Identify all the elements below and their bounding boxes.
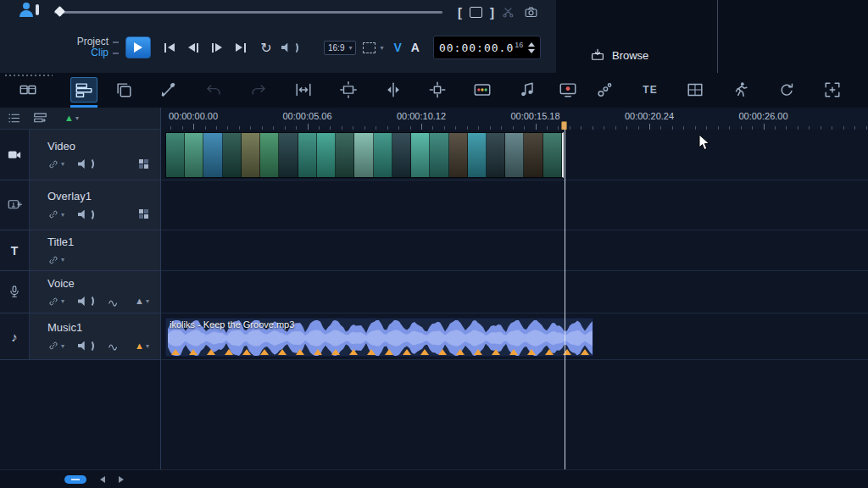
video-clip[interactable] <box>165 132 564 178</box>
track-header-icons: ▾ <box>47 254 149 266</box>
video-thumbnail <box>468 133 487 177</box>
color-grading-icon[interactable] <box>469 77 496 103</box>
timeline-view-icon[interactable] <box>70 77 97 103</box>
seek-handle[interactable] <box>54 6 65 17</box>
volume-icon[interactable] <box>78 208 94 221</box>
tools-icon[interactable] <box>155 77 182 103</box>
timecode-down-button[interactable] <box>528 49 535 53</box>
track-lane-voice[interactable] <box>161 271 868 313</box>
scroll-left-button[interactable] <box>100 476 105 483</box>
fade-icon[interactable] <box>108 340 120 352</box>
undo-icon[interactable] <box>200 77 227 103</box>
play-icon <box>134 42 142 53</box>
fade-icon[interactable] <box>108 296 120 308</box>
track-lane-overlay[interactable] <box>161 180 868 230</box>
audio-music-icon[interactable] <box>514 77 541 103</box>
shrink-frame-icon[interactable] <box>424 77 451 103</box>
seek-bar[interactable] <box>54 11 442 14</box>
beat-marker-icon <box>171 349 180 355</box>
go-end-button[interactable] <box>232 39 249 56</box>
track-manager-icon[interactable] <box>33 111 47 125</box>
mark-in-icon[interactable]: [ <box>458 6 462 19</box>
link-icon[interactable]: ▾ <box>47 208 64 220</box>
resize-frame-icon[interactable] <box>335 77 362 103</box>
loop-icon[interactable] <box>773 77 800 103</box>
next-frame-button[interactable] <box>209 39 225 56</box>
ripple-edit-icon[interactable] <box>592 77 619 103</box>
checker-icon[interactable] <box>139 209 149 219</box>
snapshot-camera-icon[interactable] <box>524 5 538 19</box>
prev-frame-button[interactable] <box>185 39 202 56</box>
audio-toggle[interactable]: A <box>411 41 420 54</box>
ruler-label: 00:00:20.24 <box>625 111 674 121</box>
track-header-icons: ▾▲▾ <box>47 296 149 308</box>
track-type-title-icon[interactable]: T <box>0 230 30 270</box>
track-type-overlay-icon[interactable] <box>0 180 30 230</box>
link-icon[interactable]: ▾ <box>47 254 64 266</box>
beat-marker-icon <box>385 349 393 355</box>
redo-icon[interactable] <box>245 77 272 103</box>
screen-capture-icon[interactable] <box>554 77 581 103</box>
track-type-voice-icon[interactable] <box>0 271 30 313</box>
browse-button[interactable]: Browse <box>590 47 648 63</box>
zoom-slider-handle[interactable] <box>64 475 86 484</box>
link-icon[interactable]: ▾ <box>47 340 64 352</box>
volume-icon[interactable] <box>78 340 94 352</box>
beat-marker-icon <box>207 349 215 355</box>
music-clip[interactable]: ikoliks - Keep the Groove.mp3 <box>165 318 593 357</box>
add-track-indicator[interactable]: ▲▾ <box>64 114 79 123</box>
track-header-body: Music1▾▲▾ <box>30 313 161 359</box>
video-thumbnail <box>430 133 448 177</box>
bottom-bar <box>0 469 868 488</box>
timecode-up-button[interactable] <box>528 42 535 47</box>
beat-marker-icon <box>492 349 500 355</box>
clip-mode-label[interactable]: Clip <box>0 47 119 58</box>
frame-select-icon[interactable] <box>470 7 482 18</box>
track-indicator[interactable]: ▲▾ <box>135 297 149 306</box>
mini-slider-handle[interactable] <box>36 4 39 15</box>
go-start-button[interactable] <box>161 39 178 56</box>
track-lane-music[interactable]: ikoliks - Keep the Groove.mp3 <box>161 313 868 360</box>
crop-icon[interactable] <box>819 77 846 103</box>
ruler-playhead-marker[interactable] <box>561 121 567 130</box>
link-icon[interactable]: ▾ <box>47 296 64 308</box>
beat-marker-icon <box>260 349 269 355</box>
track-type-video-icon[interactable] <box>0 130 30 180</box>
mask-select[interactable]: ▾ <box>363 42 383 53</box>
video-thumbnail <box>279 133 298 177</box>
repeat-button[interactable]: ↻ <box>258 39 275 56</box>
track-list-icon[interactable] <box>7 111 21 125</box>
playhead-line[interactable] <box>565 130 565 469</box>
browse-panel: Browse <box>556 0 868 74</box>
split-scissors-icon[interactable] <box>502 5 516 19</box>
copy-icon[interactable] <box>110 77 137 103</box>
title-editor-icon[interactable]: TE <box>637 77 664 103</box>
grid-icon[interactable] <box>682 77 709 103</box>
motion-tracking-icon[interactable] <box>727 77 754 103</box>
volume-icon[interactable] <box>78 158 94 170</box>
timeline-ruler[interactable]: 00:00:00.0000:00:05.0600:00:10.1200:00:1… <box>161 108 868 130</box>
split-clip-icon[interactable] <box>380 77 407 103</box>
track-type-music-icon[interactable]: ♪ <box>0 313 30 359</box>
storyboard-view-icon[interactable] <box>14 77 42 103</box>
timecode-display[interactable]: 00:00:00.0 16 <box>433 36 541 59</box>
fit-project-icon[interactable] <box>290 77 317 103</box>
panel-divider <box>717 0 718 73</box>
browse-label: Browse <box>612 49 648 62</box>
play-button[interactable] <box>125 36 151 58</box>
system-volume-button[interactable] <box>281 39 298 56</box>
aspect-ratio-select[interactable]: 16:9▾ <box>324 41 356 55</box>
link-icon[interactable]: ▾ <box>47 158 64 170</box>
mark-out-icon[interactable]: ] <box>490 6 494 19</box>
video-toggle[interactable]: V <box>394 41 402 54</box>
track-lane-title[interactable] <box>161 230 868 271</box>
track-name: Voice <box>47 277 149 290</box>
checker-icon[interactable] <box>139 159 149 169</box>
scroll-right-button[interactable] <box>119 476 124 483</box>
aspect-ratio-value: 16:9 <box>328 43 344 53</box>
video-thumbnail <box>354 133 373 177</box>
user-profile-icon[interactable] <box>19 3 34 18</box>
track-lane-video[interactable] <box>161 130 868 180</box>
volume-icon[interactable] <box>78 295 94 308</box>
track-indicator[interactable]: ▲▾ <box>135 341 149 351</box>
